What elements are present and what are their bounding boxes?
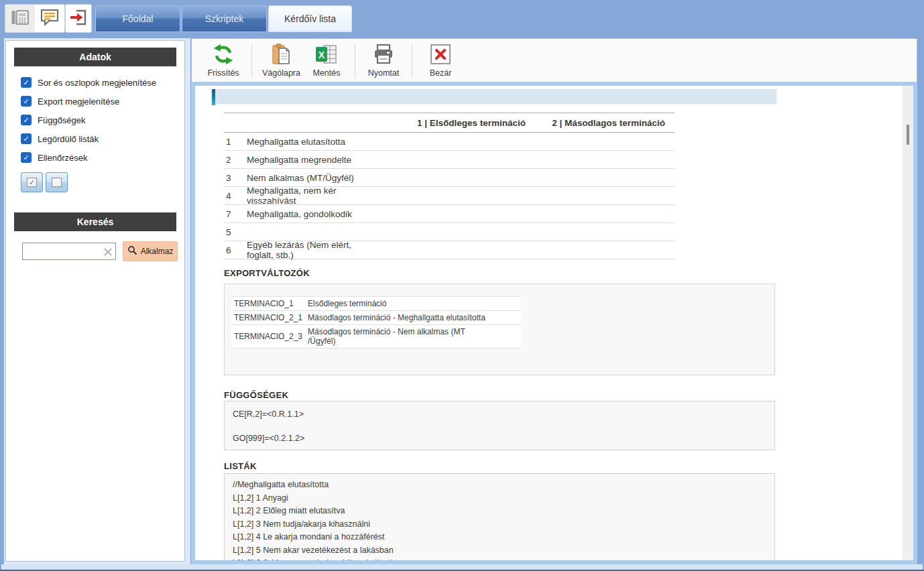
row-number: 1 [224, 137, 247, 147]
search-input[interactable] [25, 245, 101, 258]
search-box [22, 243, 116, 260]
list-line: //Meghallgatta elutasította [233, 479, 766, 492]
close-button[interactable]: Bezár [418, 43, 463, 78]
apply-button-label: Alkalmaz [141, 247, 174, 256]
lists-section-title: LISTÁK [224, 461, 257, 471]
grid-header-col2: 2 | Másodlagos termináció [526, 118, 675, 128]
checkbox-checked-icon[interactable] [21, 115, 32, 125]
tab-kerdoiv-lista[interactable]: Kérdőív lista [268, 5, 352, 32]
toolbar-separator [251, 44, 252, 78]
row-label: Meghallgatta megrendelte [247, 155, 371, 165]
export-variable-value: Másodlagos termináció - Nem alkalmas (MT… [305, 325, 521, 348]
accent-bar [212, 89, 215, 105]
close-icon [422, 43, 459, 68]
checked-box-icon [27, 178, 37, 187]
dependency-line: GO[999]=<0.2.1.2> [233, 434, 766, 443]
lists-section-box: //Meghallgatta elutasította L[1,2] 1 Any… [224, 473, 775, 560]
search-row: Alkalmaz [22, 241, 184, 261]
comment-button[interactable] [35, 5, 64, 32]
row-number: 4 [224, 191, 247, 201]
checkbox-checked-icon[interactable] [21, 96, 32, 107]
excel-icon: X [308, 43, 345, 68]
select-all-button[interactable] [21, 172, 43, 192]
list-line: L[1,2] 6 Jobb versenytársi mobil szolgál… [233, 557, 766, 560]
svg-text:X: X [319, 50, 325, 60]
list-line: L[1,2] 2 Előleg miatt elutasítva [233, 505, 766, 518]
window-bottom-strip [1, 564, 923, 570]
data-option-row[interactable]: Ellenőrzések [21, 148, 184, 167]
checkbox-checked-icon[interactable] [21, 133, 32, 144]
row-number: 2 [224, 155, 247, 165]
row-label: Meghallgatta, gondolkodik [247, 209, 371, 219]
export-variable-name: TERMINACIO_2_1 [231, 311, 305, 325]
copy-label: Vágólapra [262, 68, 300, 78]
scrollbar-thumb[interactable] [907, 125, 909, 145]
refresh-icon [205, 43, 241, 68]
search-panel-title: Keresés [14, 212, 176, 231]
export-variable-value: Másodlagos termináció - Meghallgatta elu… [305, 311, 521, 325]
exit-icon [69, 8, 88, 29]
table-row: 7 Meghallgatta, gondolkodik [224, 205, 675, 223]
grid-header-row: 1 | Elsődleges termináció 2 | Másodlagos… [224, 113, 675, 133]
dependencies-section-box: CE[R,2]=<0.R.1.1> GO[999]=<0.2.1.2> [224, 401, 775, 450]
checkbox-label: Függőségek [38, 115, 86, 125]
select-none-button[interactable] [46, 172, 68, 192]
table-row: 5 [224, 223, 675, 241]
tab-bar: Főoldal Szkriptek Kérdőív lista [95, 5, 353, 32]
checkbox-label: Sor és oszlopok megjelenítése [38, 78, 156, 88]
exit-button[interactable] [66, 5, 91, 32]
copy-to-clipboard-button[interactable]: Vágólapra [258, 43, 304, 78]
row-label: Meghallgatta elutasította [247, 137, 371, 147]
data-option-row[interactable]: Legördülő listák [21, 129, 184, 148]
magnifier-icon [127, 245, 137, 257]
print-label: Nyomtat [365, 68, 402, 78]
list-line: L[1,2] 1 Anyagi [233, 492, 766, 505]
tab-szkriptek[interactable]: Szkriptek [182, 5, 267, 32]
dependency-line: CE[R,2]=<0.R.1.1> [233, 409, 766, 419]
vertical-scrollbar[interactable] [903, 86, 913, 560]
table-row: 1 Meghallgatta elutasította [224, 133, 675, 151]
checkbox-checked-icon[interactable] [21, 152, 32, 163]
row-number: 5 [224, 227, 247, 237]
row-label: Egyéb lezárás (Nem elért, foglalt, stb.) [247, 240, 371, 260]
row-label: Nem alkalmas (MT/Ügyfél) [247, 173, 371, 183]
export-variable-value: Elsődleges termináció [305, 297, 521, 311]
print-button[interactable]: Nyomtat [361, 43, 406, 78]
sidebar-panel: Adatok Sor és oszlopok megjelenítése Exp… [5, 40, 185, 562]
table-row: 2 Meghallgatta megrendelte [224, 151, 675, 169]
question-grid: 1 | Elsődleges termináció 2 | Másodlagos… [224, 113, 675, 259]
data-option-row[interactable]: Függőségek [21, 111, 184, 129]
checkbox-label: Ellenőrzések [38, 153, 87, 163]
data-option-row[interactable]: Export megjelenítése [21, 92, 184, 111]
refresh-label: Frissítés [205, 68, 241, 78]
list-line: L[1,2] 4 Le akarja mondani a hozzáférést [233, 531, 766, 544]
row-number: 6 [224, 245, 247, 255]
tab-fooldal[interactable]: Főoldal [95, 5, 180, 32]
export-section-title: EXPORTVÁLTOZÓK [224, 268, 310, 278]
refresh-button[interactable]: Frissítés [201, 43, 245, 78]
phone-button[interactable] [5, 5, 35, 32]
checkbox-checked-icon[interactable] [21, 77, 32, 88]
export-table: TERMINACIO_1 Elsődleges termináció TERMI… [231, 296, 521, 348]
export-row: TERMINACIO_2_1 Másodlagos termináció - M… [231, 311, 521, 325]
select-buttons [21, 172, 184, 192]
comment-icon [40, 8, 60, 29]
checkbox-label: Export megjelenítése [38, 97, 119, 107]
data-option-row[interactable]: Sor és oszlopok megjelenítése [21, 73, 184, 92]
dependencies-section-title: FÜGGŐSÉGEK [224, 390, 288, 400]
toolbar: Frissítés Vágólapra [191, 38, 917, 82]
export-variable-name: TERMINACIO_1 [231, 297, 305, 311]
close-label: Bezár [422, 68, 459, 78]
export-variable-name: TERMINACIO_2_3 [231, 325, 305, 348]
document-viewport: 1 | Elsődleges termináció 2 | Másodlagos… [195, 86, 913, 560]
apply-button[interactable]: Alkalmaz [123, 241, 178, 261]
table-row: 4 Meghallgatta, nem kér visszahívást [224, 187, 675, 205]
save-button[interactable]: X Mentés [304, 43, 349, 78]
data-options-list: Sor és oszlopok megjelenítése Export meg… [21, 73, 184, 167]
phone-icon [11, 9, 30, 29]
data-panel-title: Adatok [14, 48, 176, 66]
printer-icon [365, 43, 402, 68]
clear-search-icon[interactable] [103, 247, 113, 259]
toolbar-separator [355, 44, 355, 78]
save-label: Mentés [308, 68, 345, 78]
